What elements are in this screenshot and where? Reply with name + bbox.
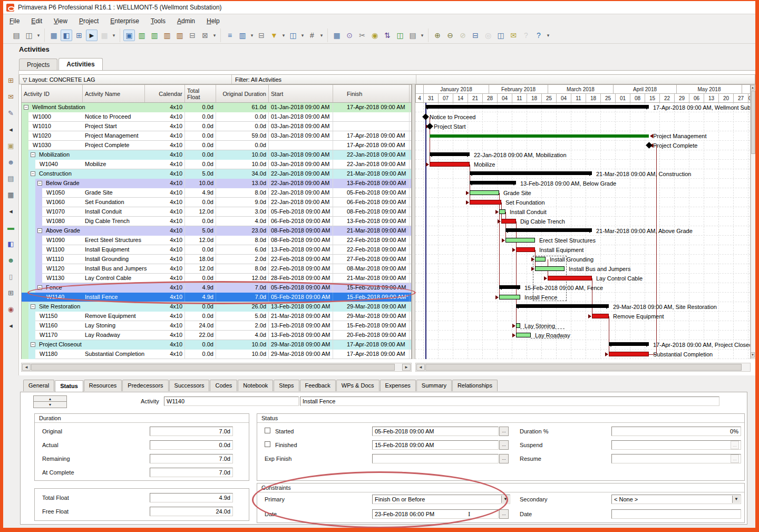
apply-actuals-icon[interactable]: ◉ bbox=[369, 30, 381, 41]
finished-checkbox[interactable] bbox=[265, 441, 270, 447]
detail-tab-wps-docs[interactable]: WPs & Docs bbox=[336, 380, 380, 391]
table-view-icon[interactable]: ▦ bbox=[48, 30, 60, 41]
group-row[interactable]: −Fence4x104.9d7.0d05-Feb-2018 09:00 AM15… bbox=[22, 283, 411, 293]
columns-icon[interactable]: ▥ bbox=[237, 30, 248, 41]
filter-icon[interactable]: ▼ bbox=[268, 30, 280, 41]
print-preview-icon[interactable]: ◫ bbox=[23, 30, 35, 41]
date-browse-button[interactable]: ... bbox=[499, 427, 509, 436]
store-period-icon[interactable]: ◫ bbox=[394, 30, 406, 41]
detail-tab-successors[interactable]: Successors bbox=[169, 380, 210, 391]
group-sort-icon[interactable]: ◫ bbox=[287, 30, 299, 41]
activity-bar[interactable] bbox=[592, 314, 609, 318]
original-field[interactable]: 7.0d bbox=[150, 427, 233, 436]
caret-icon[interactable]: ▾ bbox=[300, 30, 305, 41]
menu-project[interactable]: Project bbox=[79, 17, 99, 25]
activity-bar[interactable] bbox=[516, 323, 520, 328]
menu-file[interactable]: File bbox=[9, 17, 20, 25]
roles-icon[interactable]: ◧ bbox=[5, 238, 17, 249]
summary-bar[interactable] bbox=[505, 228, 592, 232]
documents-icon[interactable]: ▯ bbox=[5, 270, 17, 282]
table-row[interactable]: W1140Install Fence4x104.9d7.0d05-Feb-201… bbox=[22, 293, 411, 302]
primary-constraint-select[interactable]: Finish On or Before▼ bbox=[372, 495, 510, 504]
detail-tab-summary[interactable]: Summary bbox=[416, 380, 452, 391]
activity-bar[interactable] bbox=[535, 266, 565, 271]
assignments-icon[interactable]: ☻ bbox=[5, 254, 17, 266]
secondary-constraint-select[interactable]: < None >▼ bbox=[611, 495, 741, 504]
expenses-icon[interactable]: ▬ bbox=[5, 221, 17, 233]
activity-bar[interactable] bbox=[505, 238, 535, 243]
menu-view[interactable]: View bbox=[54, 17, 67, 25]
menu-edit[interactable]: Edit bbox=[31, 17, 42, 25]
menu-tools[interactable]: Tools bbox=[151, 17, 166, 25]
activity-bar[interactable] bbox=[470, 190, 499, 195]
trace-logic-icon[interactable]: ⊟ bbox=[187, 30, 198, 41]
table-row[interactable]: W1180Substantial Completion4x100.0d10.0d… bbox=[22, 350, 411, 359]
scroll-right-icon[interactable]: ► bbox=[402, 364, 411, 371]
table-row[interactable]: W1080Dig Cable Trench4x100.0d4.0d06-Feb-… bbox=[22, 217, 411, 226]
resume-field[interactable] bbox=[611, 454, 741, 463]
table-hscrollbar[interactable]: ◄ ► bbox=[21, 363, 412, 372]
table-row[interactable]: W1110Install Grounding4x1018.0d2.0d22-Fe… bbox=[22, 255, 411, 264]
activity-usage-icon[interactable]: ▥ bbox=[161, 30, 173, 41]
timescale-icon[interactable]: ⊠ bbox=[199, 30, 211, 41]
scroll-down-icon[interactable]: ▼ bbox=[751, 352, 755, 357]
group-row[interactable]: −Mobilization4x100.0d10.0d03-Jan-2018 09… bbox=[22, 150, 411, 160]
scroll-thumb[interactable] bbox=[425, 364, 742, 371]
vsplit-icon[interactable]: ◫ bbox=[495, 30, 507, 41]
table-row[interactable]: W1030Project Complete4x100.0d0.0d17-Apr-… bbox=[22, 141, 411, 150]
layout-name[interactable]: ▽ Layout: CONCRETE LAG bbox=[20, 75, 232, 84]
activity-bar[interactable] bbox=[516, 333, 531, 337]
activity-bar[interactable] bbox=[609, 352, 649, 356]
dim-tool-icon[interactable]: ▦ bbox=[99, 30, 110, 41]
table-row[interactable]: W1010Project Start4x100.0d0.0d03-Jan-201… bbox=[22, 122, 411, 131]
collapse-toggle-icon[interactable]: − bbox=[31, 342, 35, 347]
dropdown-caret-icon[interactable]: ▾ bbox=[111, 30, 116, 41]
group-row[interactable]: −Wellmont Substation4x100.0d61.0d01-Jan-… bbox=[22, 103, 411, 112]
table-row[interactable]: W1020Project Management4x100.0d59.0d03-J… bbox=[22, 131, 411, 141]
primary-date-browse-button[interactable]: ... bbox=[499, 509, 509, 519]
table-row[interactable]: W1040Mobilize4x100.0d10.0d03-Jan-2018 09… bbox=[22, 160, 411, 169]
activity-bar[interactable] bbox=[516, 247, 535, 252]
collapse-toggle-icon[interactable]: − bbox=[31, 171, 35, 176]
dropdown-arrow-icon[interactable]: ▼ bbox=[501, 496, 509, 503]
filter-status[interactable]: Filter: All Activities bbox=[232, 75, 416, 84]
detail-tab-predecessors[interactable]: Predecessors bbox=[122, 380, 168, 391]
activity-bar[interactable] bbox=[535, 257, 546, 262]
table-row[interactable]: W1090Erect Steel Structures4x1012.0d8.0d… bbox=[22, 236, 411, 245]
step-down-icon[interactable]: ▼ bbox=[34, 402, 66, 408]
hsplit-icon[interactable]: ⊟ bbox=[470, 30, 481, 41]
resource-usage-icon[interactable]: ▥ bbox=[149, 30, 160, 41]
activity-name-field[interactable]: Install Fence bbox=[300, 396, 719, 406]
zoom-fit-icon[interactable]: ⊘ bbox=[457, 30, 469, 41]
global-change-icon[interactable]: ◉ bbox=[5, 303, 17, 315]
gantt-timescale[interactable]: January 2018February 2018March 2018April… bbox=[415, 84, 751, 103]
activity-bar[interactable] bbox=[501, 219, 516, 224]
folder-icon[interactable]: ▣ bbox=[5, 140, 17, 151]
started-checkbox[interactable] bbox=[265, 428, 270, 433]
scroll-thumb[interactable] bbox=[751, 91, 755, 154]
edit-resource-icon[interactable]: ✎ bbox=[5, 107, 17, 119]
resource-profile-icon[interactable]: ▥ bbox=[136, 30, 148, 41]
comment-icon[interactable]: ✉ bbox=[508, 30, 519, 41]
column-header-activity-id[interactable]: Activity ID bbox=[22, 85, 83, 102]
collapse-arrow-icon[interactable]: ◂ bbox=[5, 123, 17, 135]
table-row[interactable]: W1050Grade Site4x104.9d8.0d22-Jan-2018 0… bbox=[22, 188, 411, 198]
schedule-icon[interactable]: ▦ bbox=[331, 30, 343, 41]
primary-date-field[interactable]: 23-Feb-2018 06:00 PM bbox=[372, 509, 499, 519]
mail-icon[interactable]: ✉ bbox=[5, 91, 17, 102]
collapse-toggle-icon[interactable]: − bbox=[37, 285, 42, 290]
column-header-finish[interactable]: Finish bbox=[333, 85, 410, 102]
collapse-toggle-icon[interactable]: − bbox=[31, 152, 35, 157]
tracking-icon[interactable]: ▥ bbox=[174, 30, 186, 41]
collapse-arrow-icon[interactable]: ◂ bbox=[5, 205, 17, 217]
help-icon[interactable]: ? bbox=[533, 30, 544, 41]
activity-bar[interactable] bbox=[470, 200, 501, 205]
column-header-original-duration[interactable]: Original Duration bbox=[216, 85, 269, 102]
zoom-in-icon[interactable]: ⊕ bbox=[432, 30, 443, 41]
help-dim-icon[interactable]: ? bbox=[520, 30, 532, 41]
group-row[interactable]: −Construction4x105.0d34.0d22-Jan-2018 09… bbox=[22, 169, 411, 179]
column-header-start[interactable]: Start bbox=[269, 85, 333, 102]
table-row[interactable]: W1000Notice to Proceed4x100.0d0.0d01-Jan… bbox=[22, 112, 411, 122]
summary-bar[interactable] bbox=[470, 181, 516, 185]
group-row[interactable]: −Above Grade4x105.0d23.0d08-Feb-2018 09:… bbox=[22, 226, 411, 236]
